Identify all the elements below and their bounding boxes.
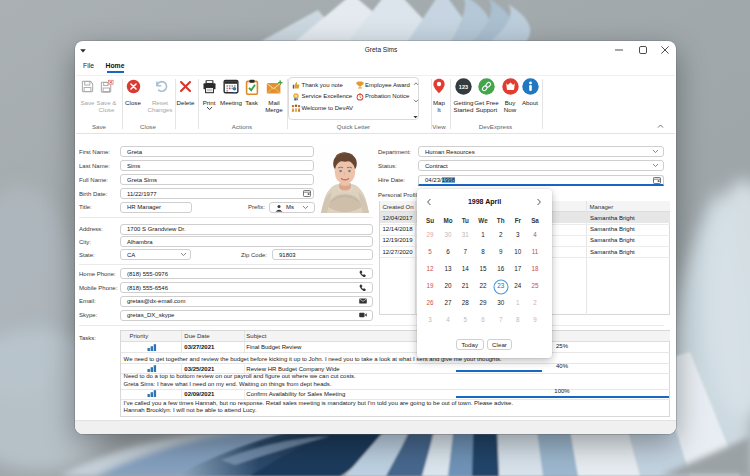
svg-text:123: 123	[459, 84, 468, 90]
